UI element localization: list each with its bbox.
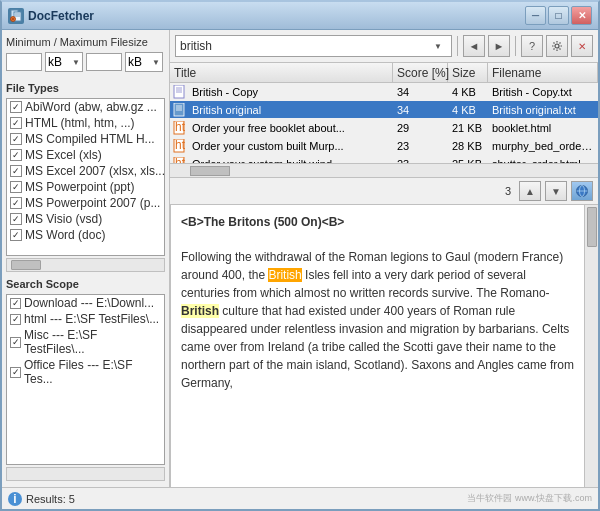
scope-misc-checkbox[interactable]	[10, 337, 21, 348]
forward-btn[interactable]: ►	[488, 35, 510, 57]
table-hscroll-thumb[interactable]	[190, 166, 230, 176]
filetype-msppt2007[interactable]: MS Powerpoint 2007 (p...	[7, 195, 164, 211]
scope-html-checkbox[interactable]	[10, 314, 21, 325]
filetype-msexcel2007-checkbox[interactable]	[10, 165, 22, 177]
scope-misc-label: Misc --- E:\SF TestFiles\...	[24, 328, 161, 356]
filetype-abiword[interactable]: AbiWord (abw, abw.gz ...	[7, 99, 164, 115]
td-score-selected: 34	[393, 103, 448, 117]
open-in-browser-btn[interactable]	[571, 181, 593, 201]
scope-html[interactable]: html --- E:\SF TestFiles\...	[7, 311, 164, 327]
scope-download[interactable]: Download --- E:\Downl...	[7, 295, 164, 311]
filetype-html-label: HTML (html, htm, ...)	[25, 116, 135, 130]
help-btn[interactable]: ?	[521, 35, 543, 57]
filetype-msword[interactable]: MS Word (doc)	[7, 227, 164, 243]
preview-vscroll-thumb[interactable]	[587, 207, 597, 247]
filetype-mscompiled[interactable]: MS Compiled HTML H...	[7, 131, 164, 147]
scope-misc[interactable]: Misc --- E:\SF TestFiles\...	[7, 327, 164, 357]
td-filename: British - Copy.txt	[488, 85, 598, 99]
th-size-label: Size	[452, 66, 475, 80]
scope-html-label: html --- E:\SF TestFiles\...	[24, 312, 159, 326]
search-input[interactable]: british	[180, 39, 429, 53]
td-score: 29	[393, 121, 448, 135]
minimize-btn[interactable]: ─	[525, 6, 546, 25]
page-number: 3	[505, 185, 511, 197]
max-unit-arrow: ▼	[152, 58, 160, 67]
table-row[interactable]: British - Copy 34 4 KB British - Copy.tx…	[170, 83, 598, 101]
search-input-wrap[interactable]: british ▼	[175, 35, 452, 57]
td-title: British - Copy	[188, 85, 393, 99]
app-icon	[8, 8, 24, 24]
preview-paragraph: Following the withdrawal of the Roman le…	[181, 248, 574, 392]
close-btn[interactable]: ✕	[571, 6, 592, 25]
prev-page-btn[interactable]: ▲	[519, 181, 541, 201]
filetype-msppt[interactable]: MS Powerpoint (ppt)	[7, 179, 164, 195]
filetype-mscompiled-checkbox[interactable]	[10, 133, 22, 145]
file-icon-html: html	[172, 121, 186, 135]
th-filename[interactable]: Filename	[488, 63, 598, 82]
filetype-msexcel-label: MS Excel (xls)	[25, 148, 102, 162]
next-page-btn[interactable]: ▼	[545, 181, 567, 201]
maximize-btn[interactable]: □	[548, 6, 569, 25]
th-filename-label: Filename	[492, 66, 541, 80]
min-filesize-input[interactable]	[6, 53, 42, 71]
table-row[interactable]: British original 34 4 KB British origina…	[170, 101, 598, 119]
td-filename-selected: British original.txt	[488, 103, 598, 117]
scope-officefiles-checkbox[interactable]	[10, 367, 21, 378]
td-size: 21 KB	[448, 121, 488, 135]
preview-heading: <B>The Britons (500 On)<B>	[181, 215, 344, 229]
svg-text:html: html	[175, 121, 185, 134]
filetypes-hscroll-thumb[interactable]	[11, 260, 41, 270]
scope-officefiles[interactable]: Office Files --- E:\SF Tes...	[7, 357, 164, 387]
toolbar-close-btn[interactable]: ✕	[571, 35, 593, 57]
table-row[interactable]: html Order your free booklet about... 29…	[170, 119, 598, 137]
th-score[interactable]: Score [%]	[393, 63, 448, 82]
filetype-msvisio-label: MS Visio (vsd)	[25, 212, 102, 226]
filetype-msword-checkbox[interactable]	[10, 229, 22, 241]
filetype-abiword-checkbox[interactable]	[10, 101, 22, 113]
max-unit-dropdown[interactable]: kB ▼	[125, 52, 163, 72]
table-hscroll[interactable]	[170, 163, 598, 177]
filetype-msexcel2007[interactable]: MS Excel 2007 (xlsx, xls...	[7, 163, 164, 179]
scope-download-label: Download --- E:\Downl...	[24, 296, 154, 310]
th-title[interactable]: Title	[170, 63, 393, 82]
td-score: 34	[393, 85, 448, 99]
window-title: DocFetcher	[28, 9, 94, 23]
svg-rect-12	[174, 103, 184, 116]
search-bar: british ▼ ◄ ► ? ✕	[170, 30, 598, 63]
filetypes-hscroll[interactable]	[6, 258, 165, 272]
window-controls: ─ □ ✕	[525, 6, 592, 25]
left-panel: Minimum / Maximum Filesize kB ▼ kB ▼ Fil…	[2, 30, 170, 487]
min-unit-dropdown[interactable]: kB ▼	[45, 52, 83, 72]
scope-download-checkbox[interactable]	[10, 298, 21, 309]
preview-vscroll[interactable]	[584, 205, 598, 487]
filetype-msvisio[interactable]: MS Visio (vsd)	[7, 211, 164, 227]
filetype-abiword-label: AbiWord (abw, abw.gz ...	[25, 100, 157, 114]
table-row[interactable]: html Order your custom built wind... 23 …	[170, 155, 598, 163]
filetype-html-checkbox[interactable]	[10, 117, 22, 129]
filetype-html[interactable]: HTML (html, htm, ...)	[7, 115, 164, 131]
back-btn[interactable]: ◄	[463, 35, 485, 57]
filetype-mscompiled-label: MS Compiled HTML H...	[25, 132, 155, 146]
scope-hscroll[interactable]	[6, 467, 165, 481]
file-icon-html2: html	[172, 139, 186, 153]
td-size: 4 KB	[448, 85, 488, 99]
max-filesize-input[interactable]	[86, 53, 122, 71]
td-title: Order your custom built Murp...	[188, 139, 393, 153]
td-title-selected: British original	[188, 103, 393, 117]
preview-area[interactable]: <B>The Britons (500 On)<B> Following the…	[170, 205, 584, 487]
filetype-msppt-checkbox[interactable]	[10, 181, 22, 193]
settings-btn[interactable]	[546, 35, 568, 57]
search-dropdown-btn[interactable]: ▼	[429, 37, 447, 55]
table-hscroll-track	[170, 166, 598, 176]
table-row[interactable]: html Order your custom built Murp... 23 …	[170, 137, 598, 155]
filetype-msword-label: MS Word (doc)	[25, 228, 105, 242]
table-header: Title Score [%] Size Filename	[170, 63, 598, 83]
filetype-msexcel[interactable]: MS Excel (xls)	[7, 147, 164, 163]
th-size[interactable]: Size	[448, 63, 488, 82]
main-window: DocFetcher ─ □ ✕ Minimum / Maximum Files…	[0, 0, 600, 511]
filetype-msexcel2007-label: MS Excel 2007 (xlsx, xls...	[25, 164, 165, 178]
filetype-msppt2007-checkbox[interactable]	[10, 197, 22, 209]
status-icon-label: i	[13, 492, 16, 506]
filetype-msexcel-checkbox[interactable]	[10, 149, 22, 161]
filetype-msvisio-checkbox[interactable]	[10, 213, 22, 225]
